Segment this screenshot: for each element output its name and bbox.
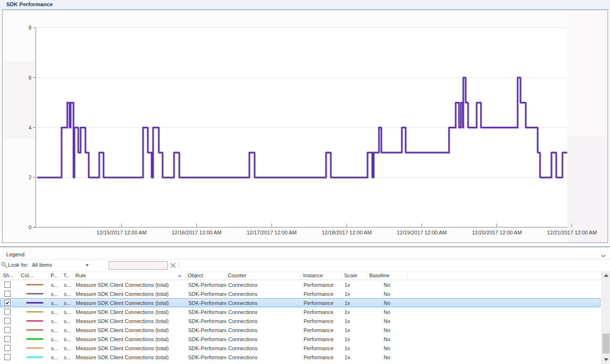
cell-scale: 1x [343,354,368,360]
cell-counter: Connections [226,354,302,360]
table-row[interactable]: s...s...Measure SDK Client Connections (… [0,344,600,353]
scroll-up-icon[interactable] [604,274,609,277]
column-header-rule[interactable]: Rule [73,272,186,280]
cell-baseline: No [368,300,408,306]
clear-x-icon[interactable] [170,262,176,269]
cell-instance: Performance [302,327,343,333]
table-row[interactable]: s...s...Measure SDK Client Connections (… [0,298,600,307]
svg-text:12/21/2017 12:00 AM: 12/21/2017 12:00 AM [547,230,597,235]
cell-t: s... [62,345,74,351]
show-checkbox[interactable] [4,318,10,324]
table-row[interactable]: s...s...Measure SDK Client Connections (… [0,316,600,325]
series-color-swatch [26,311,43,313]
cell-baseline: No [368,354,408,360]
series-color-swatch [26,320,43,322]
show-checkbox[interactable] [4,336,10,342]
legend-filter-input[interactable] [109,261,168,270]
cell-scale: 1x [343,309,368,315]
cell-counter: Connections [226,327,302,333]
cell-baseline: No [368,345,408,351]
column-header-instance[interactable]: Instance [301,272,342,280]
cell-instance: Performance [302,309,343,315]
cell-scale: 1x [343,336,368,342]
show-checkbox[interactable] [4,354,10,360]
cell-baseline: No [368,327,408,333]
cell-rule: Measure SDK Client Connections (total) [74,291,186,297]
series-color-swatch [26,302,43,303]
cell-counter: Connections [226,300,302,306]
cell-rule: Measure SDK Client Connections (total) [74,318,186,324]
show-checkbox[interactable] [4,309,10,315]
table-row[interactable]: s...s...Measure SDK Client Connections (… [0,280,600,289]
chart-pane: 0246812/15/2017 12:00 AM12/16/2017 12:00… [2,10,608,243]
legend-table-header: Sh...Col...P...T..RuleObjectCounterInsta… [0,271,601,280]
cell-t: s... [62,291,74,297]
show-checkbox[interactable] [4,300,10,306]
cell-instance: Performance [302,354,343,360]
legend-title: Legend [6,252,24,257]
page-title: SDK Performance [6,1,53,7]
svg-text:6: 6 [29,75,31,81]
collapse-legend-icon[interactable] [600,252,606,258]
checkmark-icon [6,301,10,304]
cell-counter: Connections [226,336,302,342]
cell-object: SDK-Performance [186,309,226,315]
cell-t: s... [62,318,74,324]
cell-baseline: No [368,291,408,297]
show-checkbox[interactable] [4,291,10,297]
table-row[interactable]: s...s...Measure SDK Client Connections (… [0,334,600,344]
show-checkbox[interactable] [4,282,10,288]
svg-text:12/16/2017 12:00 AM: 12/16/2017 12:00 AM [172,230,222,235]
performance-chart: 0246812/15/2017 12:00 AM12/16/2017 12:00… [2,10,608,243]
legend-table-body: s...s...Measure SDK Client Connections (… [0,280,601,364]
column-header-p[interactable]: P... [49,272,61,280]
cell-rule: Measure SDK Client Connections (total) [74,354,186,360]
cell-rule: Measure SDK Client Connections (total) [74,300,186,306]
legend-scrollbar[interactable] [601,271,610,364]
cell-baseline: No [368,336,408,342]
cell-scale: 1x [343,345,368,351]
cell-counter: Connections [226,291,302,297]
cell-object: SDK-Performance [186,300,226,306]
splitter-bar [0,246,610,247]
table-row[interactable]: s...s...Measure SDK Client Connections (… [0,307,600,316]
look-for-label: Look for: [8,262,29,268]
column-header-color[interactable]: Col... [19,272,49,280]
table-row[interactable]: s...s...Measure SDK Client Connections (… [0,289,600,298]
cell-p: s... [49,309,62,315]
cell-t: s... [62,309,74,315]
svg-text:12/17/2017 12:00 AM: 12/17/2017 12:00 AM [247,230,297,235]
pane-splitter[interactable] [0,243,610,250]
cell-counter: Connections [226,318,302,324]
look-for-dropdown[interactable]: All Items [30,261,92,270]
cell-t: s... [62,336,74,342]
cell-p: s... [49,318,62,324]
table-row[interactable]: s...s...Measure SDK Client Connections (… [0,353,600,362]
column-header-scale[interactable]: Scale [342,272,367,280]
legend-header: Legend [0,250,610,260]
cell-p: s... [49,282,62,288]
cell-object: SDK-Performance [186,318,226,324]
column-header-show[interactable]: Sh... [0,272,19,280]
chevron-down-icon [86,264,89,266]
column-header-baseline[interactable]: Baseline [367,272,408,280]
column-header-object[interactable]: Object [186,272,226,280]
scrollbar-thumb[interactable] [602,334,610,354]
svg-text:4: 4 [29,125,31,131]
cell-scale: 1x [343,300,368,306]
show-checkbox[interactable] [4,345,10,351]
column-header-counter[interactable]: Counter [226,272,301,280]
cell-p: s... [49,291,62,297]
scroll-down-icon[interactable] [604,358,609,361]
table-row[interactable]: s...s...Measure SDK Client Connections (… [0,325,600,334]
cell-t: s... [62,327,74,333]
svg-text:8: 8 [29,25,31,30]
series-color-swatch [26,329,43,331]
show-checkbox[interactable] [4,327,10,333]
cell-scale: 1x [343,327,368,333]
cell-p: s... [49,336,62,342]
cell-counter: Connections [226,282,302,288]
cell-instance: Performance [302,282,343,288]
sdk-performance-view: SDK Performance 0246812/15/2017 12:00 AM… [0,0,610,364]
column-header-t[interactable]: T.. [61,272,73,280]
